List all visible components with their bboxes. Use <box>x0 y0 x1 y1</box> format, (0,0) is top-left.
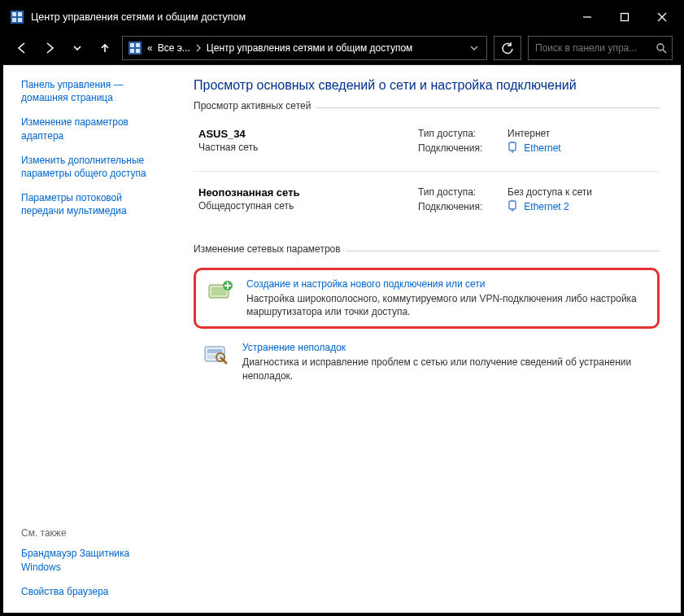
svg-rect-11 <box>136 43 140 47</box>
network-type: Общедоступная сеть <box>198 200 418 212</box>
address-bar[interactable]: « Все э... Центр управления сетями и общ… <box>122 36 487 60</box>
svg-rect-12 <box>130 49 134 53</box>
control-panel-icon <box>128 41 142 55</box>
network-row: Неопознанная сеть Общедоступная сеть Тип… <box>194 171 660 229</box>
svg-rect-6 <box>621 14 629 21</box>
titlebar: Центр управления сетями и общим доступом <box>3 3 681 31</box>
refresh-button[interactable] <box>494 36 521 60</box>
sidebar-link-browser[interactable]: Свойства браузера <box>21 585 159 598</box>
svg-rect-3 <box>12 18 16 22</box>
access-type-value: Интернет <box>508 128 550 139</box>
breadcrumb-sep <box>195 44 202 52</box>
page-title: Просмотр основных сведений о сети и наст… <box>194 78 660 93</box>
svg-rect-27 <box>207 355 222 359</box>
recent-dropdown[interactable] <box>67 37 88 59</box>
network-row: ASUS_34 Частная сеть Тип доступа: Интерн… <box>194 125 660 171</box>
active-networks-group: Просмотр активных сетей ASUS_34 Частная … <box>194 107 660 229</box>
network-name: ASUS_34 <box>198 128 418 140</box>
change-settings-legend: Изменение сетевых параметров <box>194 243 346 255</box>
forward-button[interactable] <box>39 37 60 59</box>
sidebar-link-adapter[interactable]: Изменение параметров адаптера <box>21 116 159 142</box>
svg-rect-18 <box>509 201 516 209</box>
access-type-label: Тип доступа: <box>418 128 508 139</box>
task-troubleshoot-link[interactable]: Устранение неполадок <box>242 342 346 353</box>
sidebar-link-sharing[interactable]: Изменить дополнительные параметры общего… <box>21 154 159 180</box>
address-dropdown[interactable] <box>467 44 481 52</box>
network-type: Частная сеть <box>198 142 418 153</box>
content-area: Панель управления — домашняя страница Из… <box>3 65 681 613</box>
sidebar: Панель управления — домашняя страница Из… <box>3 65 171 613</box>
window-controls <box>569 3 681 31</box>
connections-label: Подключения: <box>418 201 508 212</box>
connections-label: Подключения: <box>418 142 508 154</box>
access-type-label: Тип доступа: <box>418 186 508 198</box>
sidebar-link-firewall[interactable]: Брандмауэр Защитника Windows <box>21 547 159 573</box>
window-title: Центр управления сетями и общим доступом <box>31 11 246 23</box>
svg-point-14 <box>657 44 664 50</box>
see-also-label: См. также <box>21 527 159 539</box>
task-new-connection-desc: Настройка широкополосного, коммутируемог… <box>246 292 647 318</box>
sidebar-link-home[interactable]: Панель управления — домашняя страница <box>21 78 159 104</box>
network-name: Неопознанная сеть <box>198 186 418 199</box>
up-button[interactable] <box>94 37 115 59</box>
svg-rect-1 <box>12 12 16 16</box>
task-new-connection[interactable]: Создание и настройка нового подключения … <box>194 268 660 329</box>
search-icon <box>656 42 667 54</box>
svg-line-15 <box>663 50 666 53</box>
svg-rect-2 <box>18 12 22 16</box>
search-input[interactable] <box>534 42 656 55</box>
app-icon <box>10 10 24 24</box>
access-type-value: Без доступа к сети <box>508 186 592 198</box>
close-button[interactable] <box>643 3 681 31</box>
task-troubleshoot[interactable]: Устранение неполадок Диагностика и испра… <box>194 335 660 388</box>
sidebar-link-media[interactable]: Параметры потоковой передачи мультимедиа <box>21 191 159 217</box>
connection-link[interactable]: Ethernet 2 <box>524 201 569 212</box>
new-connection-icon <box>206 280 235 304</box>
maximize-button[interactable] <box>606 3 643 31</box>
svg-rect-13 <box>136 49 140 53</box>
minimize-button[interactable] <box>569 3 606 31</box>
search-box[interactable] <box>528 36 673 60</box>
ethernet-icon <box>508 142 517 153</box>
svg-rect-16 <box>509 142 516 151</box>
active-networks-legend: Просмотр активных сетей <box>194 100 316 111</box>
breadcrumb-prefix: « <box>147 42 153 54</box>
ethernet-icon <box>508 200 517 212</box>
change-settings-group: Изменение сетевых параметров Создание <box>194 251 660 389</box>
task-new-connection-link[interactable]: Создание и настройка нового подключения … <box>246 278 486 290</box>
connection-link[interactable]: Ethernet <box>524 142 560 154</box>
svg-rect-4 <box>18 18 22 22</box>
svg-rect-10 <box>130 43 134 47</box>
troubleshoot-icon <box>202 343 231 368</box>
back-button[interactable] <box>11 37 33 59</box>
task-troubleshoot-desc: Диагностика и исправление проблем с сеть… <box>242 356 651 382</box>
breadcrumb-2[interactable]: Центр управления сетями и общим доступом <box>207 42 413 54</box>
main-panel: Просмотр основных сведений о сети и наст… <box>171 65 681 613</box>
navbar: « Все э... Центр управления сетями и общ… <box>3 31 681 65</box>
breadcrumb-1[interactable]: Все э... <box>158 42 190 54</box>
